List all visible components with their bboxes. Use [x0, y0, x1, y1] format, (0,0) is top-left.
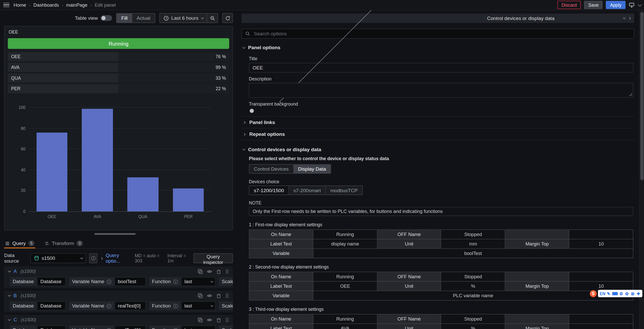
delete-query-icon[interactable]	[216, 317, 222, 323]
ime-icon-6[interactable]: ✚	[636, 291, 641, 296]
status-button[interactable]: Running	[8, 38, 229, 49]
save-button[interactable]: Save	[584, 1, 603, 9]
datasource-select[interactable]: s1500	[31, 253, 86, 263]
table-value-cell[interactable]: Running	[313, 230, 377, 239]
vertical-scrollbar[interactable]	[639, 10, 644, 329]
apply-button[interactable]: Apply	[606, 1, 626, 9]
device-option-s7-1200-1500[interactable]: s7-1200/1500	[249, 186, 289, 195]
function-select[interactable]: last	[181, 301, 216, 310]
ime-icon-2[interactable]: ⌨	[612, 291, 618, 296]
duplicate-query-icon[interactable]	[198, 293, 203, 298]
hide-query-icon[interactable]	[207, 317, 212, 323]
table-value-cell[interactable]: display name	[313, 239, 377, 249]
table-view-toggle[interactable]	[101, 15, 112, 21]
datasource-help-button[interactable]: ⓘ	[89, 253, 97, 263]
discard-button[interactable]: Discard	[557, 1, 581, 9]
section-panel-links[interactable]: Panel links	[242, 116, 634, 128]
table-value-cell[interactable]: Running	[313, 272, 377, 282]
chevron-down-icon[interactable]	[623, 16, 626, 19]
table-value-cell[interactable]: 10	[569, 239, 633, 249]
mode-option-display-data[interactable]: Display Data	[294, 164, 330, 173]
query-inspector-button[interactable]: Query inspector	[194, 253, 233, 263]
table-value-cell[interactable]	[569, 272, 633, 282]
collapse-query-icon[interactable]	[8, 318, 11, 321]
delete-query-icon[interactable]	[216, 269, 222, 274]
actual-button[interactable]: Actual	[132, 14, 155, 23]
chevron-right-icon[interactable]	[628, 17, 631, 20]
zoom-out-button[interactable]	[207, 14, 218, 23]
drag-query-icon[interactable]	[225, 317, 229, 323]
table-value-cell[interactable]: boolTest	[313, 249, 633, 258]
drag-query-icon[interactable]	[225, 269, 229, 274]
query-fields: DatabaseDatabaseVariable NameirealTest[1…	[4, 325, 233, 329]
query-options-toggle[interactable]: Query optio...	[106, 252, 132, 264]
time-range-picker[interactable]: Last 6 hours	[160, 14, 207, 23]
chevron-down-icon[interactable]	[638, 2, 642, 6]
delete-query-icon[interactable]	[216, 293, 222, 298]
table-value-cell[interactable]	[569, 314, 633, 324]
query-letter[interactable]: C	[14, 317, 17, 323]
breadcrumb-item-home[interactable]: Home	[14, 3, 26, 7]
section-panel-options[interactable]: Panel options	[242, 43, 634, 53]
drag-query-icon[interactable]	[225, 293, 229, 298]
breadcrumb-item-mainpage[interactable]: mainPage	[66, 3, 87, 7]
duplicate-query-icon[interactable]	[198, 269, 203, 274]
table-value-cell[interactable]: PLC variable name	[313, 291, 633, 301]
query-letter[interactable]: A	[14, 269, 17, 274]
search-options-input[interactable]	[253, 30, 630, 37]
menu-icon[interactable]	[3, 3, 9, 7]
ime-icon-3[interactable]: ⚙	[619, 291, 623, 296]
section-repeat-options[interactable]: Repeat options	[242, 128, 634, 140]
table-value-cell[interactable]	[569, 324, 633, 329]
collapse-query-icon[interactable]	[8, 294, 11, 296]
section-control-devices[interactable]: Control devices or display data	[242, 145, 634, 154]
ime-icon-1[interactable]: ✎	[606, 291, 611, 296]
scrollbar-thumb[interactable]	[640, 12, 644, 180]
database-select[interactable]: Database	[37, 325, 66, 329]
database-select[interactable]: Database	[37, 301, 66, 310]
refresh-button[interactable]	[222, 13, 233, 23]
table-value-cell[interactable]: Stopped	[441, 314, 505, 324]
table-value-cell[interactable]: mm	[441, 239, 505, 249]
info-icon: i	[173, 279, 178, 284]
database-select[interactable]: Database	[37, 277, 66, 286]
horizontal-scrollbar[interactable]	[94, 233, 135, 235]
ime-logo-icon[interactable]: S	[590, 290, 597, 297]
panel-description-input[interactable]	[249, 83, 633, 98]
variable-name-input[interactable]: boolTest	[115, 277, 146, 286]
ime-icon-0[interactable]: EN	[600, 291, 605, 296]
row-value: 33 %	[119, 74, 229, 83]
table-value-cell[interactable]: OEE	[313, 282, 377, 291]
tab-query[interactable]: Query 5	[4, 238, 35, 248]
hide-query-icon[interactable]	[207, 269, 212, 274]
ime-icon-bar: EN✎⌨⚙✿⊞✚	[598, 290, 643, 297]
row-value: 22 %	[119, 84, 229, 93]
function-select[interactable]: last	[181, 325, 216, 329]
panel-title-input[interactable]	[249, 63, 633, 73]
breadcrumb-item-dashboards[interactable]: Dashboards	[33, 3, 59, 7]
variable-name-input[interactable]: realTest[0]	[115, 301, 146, 310]
collapse-query-icon[interactable]	[8, 269, 11, 272]
table-value-cell[interactable]: %	[441, 324, 505, 329]
view-mode-icon[interactable]	[629, 2, 635, 8]
chevron-down-icon	[201, 16, 204, 19]
note-input[interactable]	[249, 207, 633, 216]
table-value-cell[interactable]: Running	[313, 314, 377, 324]
table-value-cell[interactable]: Stopped	[441, 230, 505, 239]
table-value-cell[interactable]	[569, 230, 633, 239]
fill-button[interactable]: Fill	[117, 14, 132, 23]
hide-query-icon[interactable]	[207, 293, 212, 298]
table-value-cell[interactable]: %	[441, 282, 505, 291]
table-value-cell[interactable]: AVA	[313, 324, 377, 329]
ime-icon-4[interactable]: ✿	[625, 291, 629, 296]
tab-transform[interactable]: Transform 0	[44, 238, 84, 248]
mode-option-control-devices[interactable]: Control Devices	[249, 164, 294, 173]
variable-name-input[interactable]: realTest[1]	[115, 325, 146, 329]
table-value-cell[interactable]: Stopped	[441, 272, 505, 282]
ime-icon-5[interactable]: ⊞	[630, 291, 635, 296]
duplicate-query-icon[interactable]	[198, 317, 203, 323]
function-select[interactable]: last	[181, 277, 216, 286]
query-letter[interactable]: B	[14, 293, 17, 298]
device-option-modbustcp[interactable]: modbusTCP	[326, 186, 362, 195]
device-option-s7-200smart[interactable]: s7-200smart	[289, 186, 326, 195]
